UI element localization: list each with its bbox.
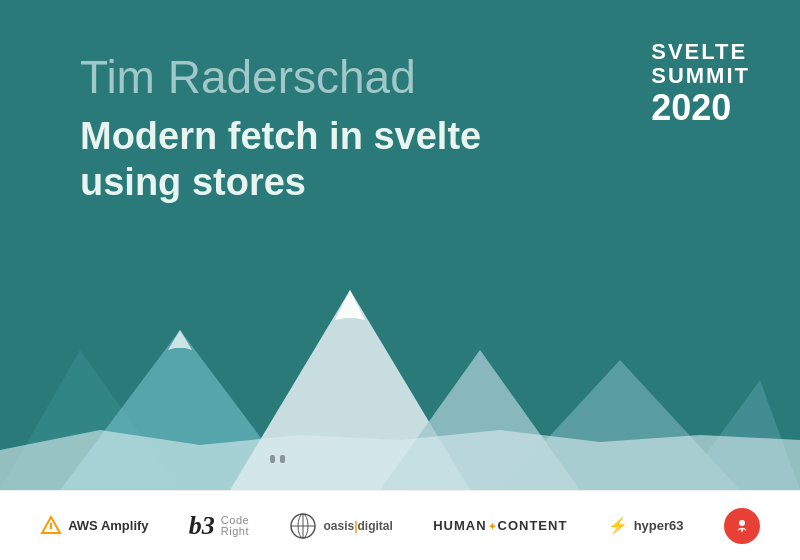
hyper63-bolt-icon: ⚡ (608, 516, 628, 535)
coderight-label: CodeRight (221, 515, 249, 537)
badge-line3: 2020 (651, 88, 750, 128)
human-content-label: HUMAN✦CONTENT (433, 518, 567, 533)
svelte-radio-logo (731, 515, 753, 537)
oasis-digital-label: oasis|digital (323, 519, 392, 533)
sponsor-aws-amplify: AWS Amplify (40, 515, 148, 537)
b3-logo: b3 (189, 511, 215, 541)
svg-marker-7 (168, 330, 192, 350)
slide: SVELTE SUMMIT 2020 Tim Raderschad Modern… (0, 0, 800, 560)
talk-title: Modern fetch in svelte using stores (80, 114, 580, 205)
aws-amplify-icon (40, 515, 62, 537)
mountain-scene (0, 270, 800, 490)
svg-rect-9 (270, 455, 275, 463)
sponsors-bar: AWS Amplify b3 CodeRight oasis|digital H… (0, 490, 800, 560)
main-content-area: SVELTE SUMMIT 2020 Tim Raderschad Modern… (0, 0, 800, 490)
sponsor-oasis-digital: oasis|digital (289, 512, 392, 540)
aws-amplify-label: AWS Amplify (68, 518, 148, 533)
svg-point-18 (739, 520, 745, 526)
svg-marker-6 (335, 290, 365, 320)
svelte-radio-icon (724, 508, 760, 544)
hyper63-label: hyper63 (634, 518, 684, 533)
badge-line1: SVELTE (651, 40, 750, 64)
summit-badge: SVELTE SUMMIT 2020 (651, 40, 750, 128)
sponsor-b3-coderight: b3 CodeRight (189, 511, 249, 541)
speaker-name: Tim Raderschad (80, 50, 750, 104)
sponsor-human-content: HUMAN✦CONTENT (433, 518, 567, 533)
oasis-digital-icon (289, 512, 317, 540)
sponsor-hyper63: ⚡ hyper63 (608, 516, 684, 535)
svg-rect-10 (280, 455, 285, 463)
badge-line2: SUMMIT (651, 64, 750, 88)
